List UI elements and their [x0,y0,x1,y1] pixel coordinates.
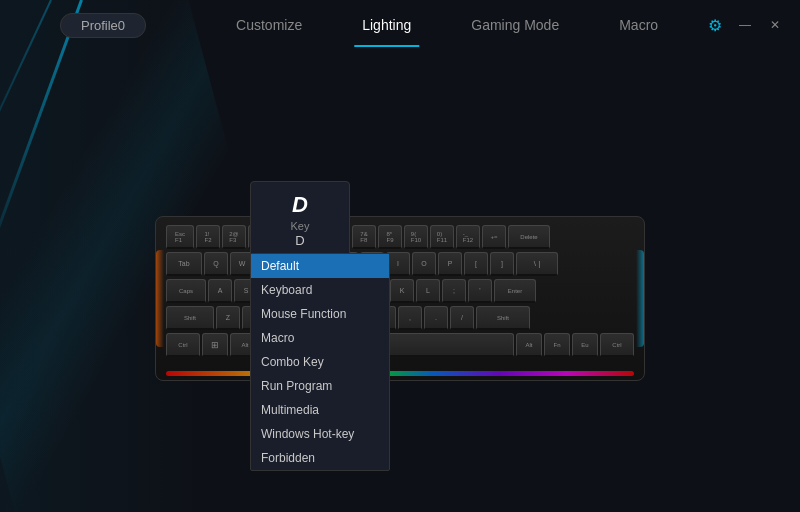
key-esc[interactable]: EscF1 [166,225,194,249]
key-8[interactable]: 8*F9 [378,225,402,249]
dropdown-item-run-program[interactable]: Run Program [251,374,389,398]
key-k[interactable]: K [390,279,414,303]
popup-letter: D [259,192,341,218]
glow-left [156,250,164,348]
key-9[interactable]: 9(F10 [404,225,428,249]
key-ctrl-right[interactable]: Ctrl [600,333,634,357]
key-alt-right[interactable]: Alt [516,333,542,357]
key-rbracket[interactable]: ] [490,252,514,276]
key-tab[interactable]: Tab [166,252,202,276]
key-0[interactable]: 0)F11 [430,225,454,249]
key-row-bottom: Ctrl ⊞ Alt Alt Fn Eu Ctrl [166,333,634,357]
window-controls: ⚙ — ✕ [706,16,784,34]
key-win[interactable]: ⊞ [202,333,228,357]
popup-key-name: D [259,233,341,248]
key-function-dropdown[interactable]: Default Keyboard Mouse Function Macro Co… [250,253,390,471]
rainbow-strip [166,371,634,376]
key-minus[interactable]: -_F12 [456,225,480,249]
tab-customize[interactable]: Customize [206,3,332,47]
key-z[interactable]: Z [216,306,240,330]
key-quote[interactable]: ' [468,279,492,303]
titlebar: Profile0 Customize Lighting Gaming Mode … [0,0,800,50]
popup-label: Key [259,220,341,232]
key-shift-left[interactable]: Shift [166,306,214,330]
key-lbracket[interactable]: [ [464,252,488,276]
key-row-qwerty: Tab Q W E R T Y U I O P [ ] \ | [166,252,634,276]
key-caps[interactable]: Caps [166,279,206,303]
key-a[interactable]: A [208,279,232,303]
key-q[interactable]: Q [204,252,228,276]
dropdown-item-keyboard[interactable]: Keyboard [251,278,389,302]
close-button[interactable]: ✕ [766,16,784,34]
key-backslash[interactable]: \ | [516,252,558,276]
keyboard-wrapper: D Key D Default Keyboard Mouse Function … [155,181,645,381]
tab-lighting[interactable]: Lighting [332,3,441,47]
key-equals[interactable]: += [482,225,506,249]
dropdown-item-multimedia[interactable]: Multimedia [251,398,389,422]
tab-macro[interactable]: Macro [589,3,688,47]
key-eu[interactable]: Eu [572,333,598,357]
dropdown-item-combo-key[interactable]: Combo Key [251,350,389,374]
key-row-asdf: Caps A S D F G H J K L ; ' Enter [166,279,634,303]
key-enter[interactable]: Enter [494,279,536,303]
dropdown-item-default[interactable]: Default [251,254,389,278]
key-slash[interactable]: / [450,306,474,330]
profile-badge[interactable]: Profile0 [60,13,146,38]
key-comma[interactable]: , [398,306,422,330]
glow-right [636,250,644,348]
dropdown-item-forbidden[interactable]: Forbidden [251,446,389,470]
key-fn2[interactable]: Fn [544,333,570,357]
key-delete[interactable]: Delete [508,225,550,249]
tab-gaming-mode[interactable]: Gaming Mode [441,3,589,47]
key-ctrl-left[interactable]: Ctrl [166,333,200,357]
key-row-zxcv: Shift Z X C V B N M , . / Shift [166,306,634,330]
dropdown-item-windows-hot-key[interactable]: Windows Hot-key [251,422,389,446]
key-popup: D Key D [250,181,350,257]
minimize-button[interactable]: — [736,16,754,34]
key-row-fn: EscF1 1!F2 2@F3 3#F4 4$F5 5%F6 6^F7 7&F8… [166,225,634,249]
key-p[interactable]: P [438,252,462,276]
dropdown-item-mouse-function[interactable]: Mouse Function [251,302,389,326]
key-period[interactable]: . [424,306,448,330]
key-l[interactable]: L [416,279,440,303]
settings-button[interactable]: ⚙ [706,16,724,34]
dropdown-item-macro[interactable]: Macro [251,326,389,350]
main-content: D Key D Default Keyboard Mouse Function … [0,50,800,512]
keyboard-visual: EscF1 1!F2 2@F3 3#F4 4$F5 5%F6 6^F7 7&F8… [155,216,645,381]
key-o[interactable]: O [412,252,436,276]
nav-tabs: Customize Lighting Gaming Mode Macro [206,3,706,47]
key-2[interactable]: 2@F3 [222,225,246,249]
key-semicolon[interactable]: ; [442,279,466,303]
key-rows: EscF1 1!F2 2@F3 3#F4 4$F5 5%F6 6^F7 7&F8… [166,225,634,357]
key-shift-right[interactable]: Shift [476,306,530,330]
key-1[interactable]: 1!F2 [196,225,220,249]
key-7[interactable]: 7&F8 [352,225,376,249]
